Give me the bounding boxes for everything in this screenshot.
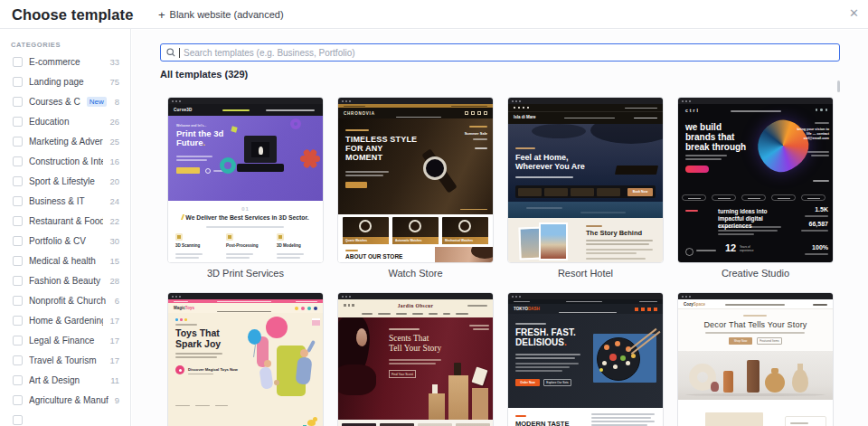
sidebar-item-sport-lifestyle[interactable]: Sport & Lifestyle20 (0, 171, 130, 191)
category-list: E-commerce33 Landing page75 Courses & Co… (0, 52, 130, 426)
sidebar-item-ecommerce[interactable]: E-commerce33 (0, 52, 130, 71)
category-checkbox[interactable] (13, 276, 23, 286)
sidebar-item-medical-health[interactable]: Medical & health15 (0, 251, 130, 270)
starburst-shape (299, 148, 321, 170)
category-checkbox[interactable] (13, 117, 23, 127)
sidebar-item-art-design[interactable]: Art & Design11 (0, 370, 130, 390)
villa-roof (615, 166, 658, 175)
logo-mark (685, 248, 693, 256)
template-card-creative-studio[interactable]: ctrl we build brands that break through … (677, 97, 834, 279)
pedestal (448, 375, 468, 420)
category-checkbox[interactable] (13, 296, 23, 306)
shop-now-button: Shop Now (729, 337, 752, 345)
template-name: 3D Print Services (167, 268, 324, 279)
sidebar-item-marketing-advertising[interactable]: Marketing & Advertising25 (0, 131, 130, 151)
stat-value: 66,587 (809, 221, 828, 227)
category-checkbox[interactable] (13, 415, 23, 425)
vases-photo (678, 351, 833, 400)
template-preview: CHRONOVIA TIMELESS STYLE FOR ANY MOMENT (337, 97, 494, 263)
sidebar-item-landing-page[interactable]: Landing page75 (0, 71, 130, 91)
category-checkbox[interactable] (13, 395, 23, 405)
sidebar-item-home-gardening[interactable]: Home & Gardening17 (0, 310, 130, 330)
hero-section: FRESH. FAST.DELISIOUS. Order Now Explore… (508, 314, 663, 408)
kid-figure (300, 349, 308, 357)
sidebar-item-portfolio-cv[interactable]: Portfolio & CV30 (0, 231, 130, 251)
site-logo: Magic (174, 306, 185, 310)
plus-icon: + (158, 9, 165, 21)
category-checkbox[interactable] (13, 216, 23, 226)
dots-decor (175, 318, 187, 321)
dialog-header: Choose template + Blank website (advance… (0, 0, 868, 29)
sidebar-item-nonprofit-church[interactable]: Nonprofit & Church6 (0, 290, 130, 310)
template-name: Resort Hotel (507, 268, 664, 279)
category-checkbox[interactable] (13, 355, 23, 365)
feature-image (705, 412, 763, 426)
blank-website-label: Blank website (advanced) (170, 9, 284, 20)
search-icon (166, 48, 175, 57)
template-name: Watch Store (337, 268, 494, 279)
vase (765, 373, 785, 393)
category-checkbox[interactable] (13, 256, 23, 266)
cta-button (345, 182, 367, 188)
category-checkbox[interactable] (13, 196, 23, 206)
torus-shape (220, 157, 236, 174)
category-checkbox[interactable] (13, 156, 23, 166)
cta-buttons: Shop Now Featured Items (678, 337, 833, 345)
sidebar-item-construction-interior[interactable]: Construction & Interior16 (0, 151, 130, 171)
hero-section: Toys ThatSpark Joy Discover Magical Toys… (168, 313, 323, 426)
category-checkbox[interactable] (13, 97, 23, 107)
hero-section: Decor That Tells Your Story Shop Now Fea… (678, 309, 833, 351)
browser-chrome (338, 293, 493, 299)
category-checkbox[interactable] (13, 236, 23, 246)
template-card-toys[interactable]: MagicToys Toys ThatSpark Joy Discover Ma… (167, 292, 324, 426)
search-box[interactable] (160, 43, 840, 62)
template-card-decor[interactable]: CozySpace Decor That Tells Your Story Sh… (677, 292, 834, 426)
sidebar-item-fashion-beauty[interactable]: Fashion & Beauty28 (0, 270, 130, 290)
booking-bar: Book Now (515, 185, 656, 198)
site-logo: TOKYO (514, 307, 528, 311)
template-card-resort-hotel[interactable]: Isla di Mare Feel at Home,Wherever You A… (507, 97, 664, 279)
sidebar-item-legal-finance[interactable]: Legal & Finance17 (0, 330, 130, 350)
product-row: Quartz Watches Automatic Watches Mechani… (338, 214, 493, 247)
site-logo: ctrl (685, 108, 700, 113)
category-checkbox[interactable] (13, 375, 23, 385)
play-icon (205, 168, 211, 174)
category-checkbox[interactable] (13, 137, 23, 147)
blank-website-button[interactable]: + Blank website (advanced) (158, 0, 284, 29)
search-input[interactable] (184, 48, 834, 58)
hero-section: Welcome and let's... Print the 3d Future… (168, 116, 323, 201)
sidebar-item-business-it[interactable]: Business & IT24 (0, 191, 130, 211)
toy-duck (307, 420, 316, 426)
template-card-3d-print-services[interactable]: Curve3D Welcome and let's... Print the 3… (167, 97, 324, 279)
template-card-watch-store[interactable]: CHRONOVIA TIMELESS STYLE FOR ANY MOMENT (337, 97, 494, 279)
site-header: CHRONOVIA (338, 108, 493, 118)
sidebar-item-restaurant-food[interactable]: Restaurant & Food22 (0, 211, 130, 231)
results-heading: All templates (329) (160, 69, 248, 80)
sidebar-item-courses-coaching[interactable]: Courses & CoachingNew8 (0, 91, 130, 111)
sidebar-item-education[interactable]: Education26 (0, 111, 130, 131)
story-photo (539, 222, 568, 260)
feature-icon (226, 233, 233, 241)
category-checkbox[interactable] (13, 176, 23, 186)
site-logo: Isla di Mare (514, 115, 536, 119)
book-now-button: Book Now (627, 188, 653, 196)
category-checkbox[interactable] (13, 316, 23, 326)
text-caret (179, 48, 180, 58)
scrollbar-thumb[interactable] (837, 80, 840, 92)
perfume-bottle (454, 363, 461, 375)
choose-template-dialog: Choose template + Blank website (advance… (0, 0, 868, 426)
about-section: MODERN TASTE (508, 408, 663, 426)
sidebar-item-travel-tourism[interactable]: Travel & Tourism17 (0, 350, 130, 370)
sidebar-item-agriculture-manufacturing[interactable]: Agriculture & Manufacturing9 (0, 390, 130, 410)
stat-value: 1.5K (815, 206, 828, 213)
category-checkbox[interactable] (13, 77, 23, 87)
template-card-perfume[interactable]: Jardin Obscur Scents ThatTell Your Story (337, 292, 494, 426)
category-checkbox[interactable] (13, 57, 23, 67)
ring-shape (290, 118, 301, 129)
plush-toy (274, 380, 279, 385)
close-icon[interactable]: ✕ (849, 7, 859, 19)
template-card-sushi[interactable]: TOKYODASH FRESH. FAST.DELISIOUS. Order N… (507, 292, 664, 426)
sidebar-item-partial[interactable] (0, 410, 130, 426)
watch-face (423, 156, 447, 180)
category-checkbox[interactable] (13, 336, 23, 346)
